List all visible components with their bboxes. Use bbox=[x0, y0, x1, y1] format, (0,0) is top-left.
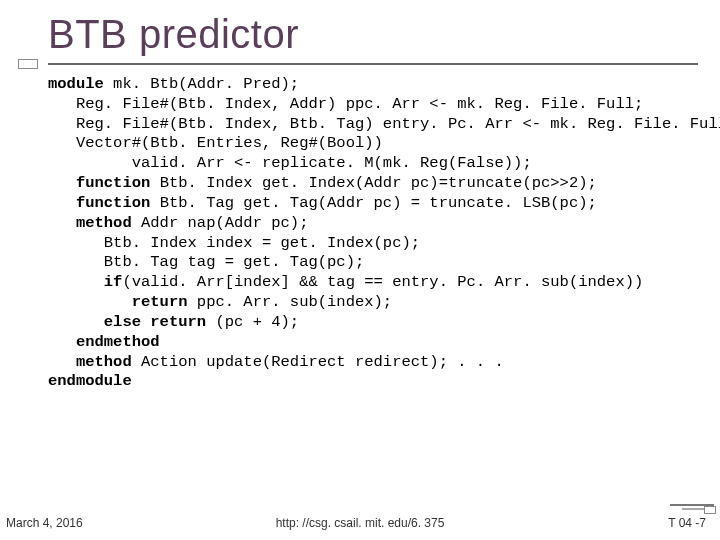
kw-if: if bbox=[104, 273, 123, 291]
code-l15a bbox=[48, 353, 76, 371]
code-l15c: Action update(Redirect redirect); . . . bbox=[132, 353, 504, 371]
code-l9: Btb. Index index = get. Index(pc); bbox=[48, 234, 420, 252]
slide: BTB predictor module mk. Btb(Addr. Pred)… bbox=[0, 0, 720, 540]
kw-return: return bbox=[132, 293, 188, 311]
code-l1: mk. Btb(Addr. Pred); bbox=[104, 75, 299, 93]
code-l10: Btb. Tag tag = get. Tag(pc); bbox=[48, 253, 364, 271]
code-l13c: (pc + 4); bbox=[206, 313, 299, 331]
kw-function: function bbox=[76, 174, 150, 192]
kw-module: module bbox=[48, 75, 104, 93]
footer-page: T 04 -7 bbox=[668, 516, 706, 530]
code-l5: valid. Arr <- replicate. M(mk. Reg(False… bbox=[48, 154, 532, 172]
code-l6c: Btb. Index get. Index(Addr pc)=truncate(… bbox=[150, 174, 596, 192]
code-l3: Reg. File#(Btb. Index, Btb. Tag) entry. … bbox=[48, 115, 720, 133]
footer-url: http: //csg. csail. mit. edu/6. 375 bbox=[276, 516, 445, 530]
code-l14a bbox=[48, 333, 76, 351]
code-l11c: (valid. Arr[index] && tag == entry. Pc. … bbox=[122, 273, 643, 291]
code-l6a bbox=[48, 174, 76, 192]
kw-else-return: else return bbox=[104, 313, 206, 331]
code-l8a bbox=[48, 214, 76, 232]
code-l8c: Addr nap(Addr pc); bbox=[132, 214, 309, 232]
corner-accent-icon bbox=[670, 496, 714, 512]
code-l12c: ppc. Arr. sub(index); bbox=[188, 293, 393, 311]
code-block: module mk. Btb(Addr. Pred); Reg. File#(B… bbox=[48, 75, 702, 392]
code-l7a bbox=[48, 194, 76, 212]
code-l12a bbox=[48, 293, 132, 311]
code-l4: Vector#(Btb. Entries, Reg#(Bool)) bbox=[48, 134, 383, 152]
kw-endmodule: endmodule bbox=[48, 372, 132, 390]
footer: March 4, 2016 http: //csg. csail. mit. e… bbox=[0, 516, 720, 530]
kw-endmethod: endmethod bbox=[76, 333, 160, 351]
code-l2: Reg. File#(Btb. Index, Addr) ppc. Arr <-… bbox=[48, 95, 643, 113]
footer-date: March 4, 2016 bbox=[6, 516, 83, 530]
kw-function: function bbox=[76, 194, 150, 212]
kw-method: method bbox=[76, 353, 132, 371]
slide-title: BTB predictor bbox=[48, 12, 698, 57]
code-l11a bbox=[48, 273, 104, 291]
kw-method: method bbox=[76, 214, 132, 232]
code-l7c: Btb. Tag get. Tag(Addr pc) = truncate. L… bbox=[150, 194, 596, 212]
accent-box-icon bbox=[18, 59, 38, 69]
code-l13a bbox=[48, 313, 104, 331]
title-wrap: BTB predictor bbox=[48, 12, 698, 65]
